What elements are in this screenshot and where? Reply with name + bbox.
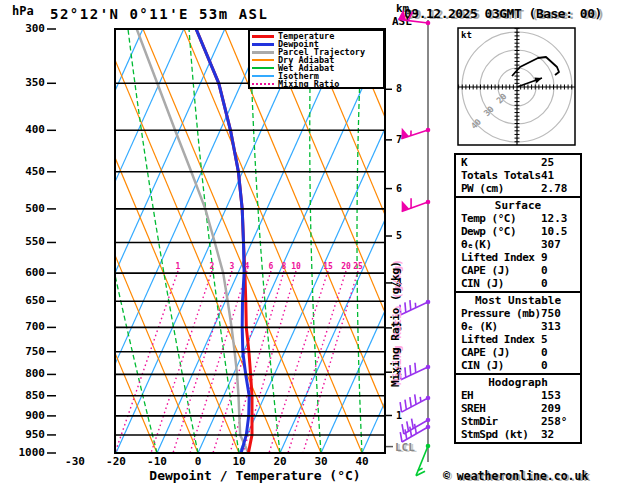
legend: TemperatureDewpointParcel TrajectoryDry … — [248, 29, 385, 89]
wind-barb — [398, 10, 430, 26]
km-tick-label: 6 — [396, 183, 402, 194]
table-row-label: SREH — [461, 402, 541, 415]
table-row-label: Lifted Index — [461, 333, 541, 346]
mixing-ratio-label: 8 — [282, 262, 287, 271]
table-row-value: 0 — [541, 264, 578, 277]
isotherm-line — [198, 29, 389, 453]
table-row-value: 0 — [541, 277, 578, 290]
wind-barb-pennant — [398, 10, 406, 21]
isotherm-line — [116, 29, 307, 453]
hodograph-unit-label: kt — [461, 30, 472, 40]
km-tick-label: 5 — [396, 230, 402, 241]
temperature-legend-swatch — [252, 35, 274, 38]
table-row-value: 9 — [541, 251, 578, 264]
table-section: SurfaceTemp (°C)12.3Dewp (°C)10.5θₑ(K)30… — [454, 196, 582, 293]
table-row-value: 25 — [541, 156, 578, 169]
table-row-label: EH — [461, 389, 541, 402]
temperature-tick-label: 20 — [273, 455, 286, 468]
pressure-tick-label: 800 — [5, 367, 45, 380]
wind-barb-full-tick — [410, 365, 411, 375]
copyright: © weatheronline.co.uk — [443, 469, 588, 483]
wet-adiabat-line — [67, 29, 157, 453]
table-row: Temp (°C)12.3 — [456, 212, 580, 225]
mixing-ratio-label: 3 — [230, 262, 235, 271]
wet-adiabat-legend-swatch — [252, 67, 274, 69]
pressure-tick-label: 400 — [5, 123, 45, 136]
wet-adiabat-line — [128, 29, 198, 453]
table-row-label: StmDir — [461, 415, 541, 428]
table-row-label: Lifted Index — [461, 251, 541, 264]
wind-barb-half-tick — [420, 397, 421, 402]
table-row: K25 — [456, 156, 580, 169]
pressure-tick-label: 550 — [5, 235, 45, 248]
hodograph: 203040 — [458, 28, 575, 145]
table-row-label: CIN (J) — [461, 359, 541, 372]
table-row-label: Temp (°C) — [461, 212, 541, 225]
temperature-tick-label: -20 — [106, 455, 126, 468]
legend-label: Mixing Ratio — [278, 80, 339, 88]
wind-barb-full-tick — [405, 400, 406, 410]
table-row-value: 2.78 — [541, 182, 578, 195]
wind-barb — [402, 198, 431, 211]
dry-adiabat-line — [266, 29, 444, 453]
legend-row: Mixing Ratio — [252, 80, 381, 88]
pressure-tick-label: 650 — [5, 294, 45, 307]
pressure-tick-label: 950 — [5, 428, 45, 441]
wind-barb-full-tick — [405, 429, 407, 439]
table-row: CIN (J)0 — [456, 359, 580, 372]
table-row: Lifted Index5 — [456, 333, 580, 346]
temperature-tick-label: -30 — [65, 455, 85, 468]
table-row-value: 307 — [541, 238, 578, 251]
isotherm-line — [34, 29, 225, 453]
table-row: PW (cm)2.78 — [456, 182, 580, 195]
mixing-ratio-label: 20 — [341, 262, 351, 271]
dry-adiabat-legend-swatch — [252, 59, 274, 61]
wind-barb-full-tick — [408, 12, 413, 21]
isotherm-legend-swatch — [252, 75, 274, 77]
table-row-label: StmSpd (kt) — [461, 428, 541, 441]
table-section-header: Most Unstable — [456, 294, 580, 307]
temperature-tick-label: 0 — [195, 455, 202, 468]
wind-barb-full-tick — [410, 397, 411, 407]
pressure-tick-label: 1000 — [5, 446, 45, 459]
mixing-ratio-label: 25 — [353, 262, 363, 271]
wet-adiabat-line — [250, 29, 280, 453]
mixing-ratio-line — [230, 271, 284, 453]
table-row: SREH209 — [456, 402, 580, 415]
table-row: Totals Totals41 — [456, 169, 580, 182]
table-row-label: θₑ(K) — [461, 238, 541, 251]
table-row-label: Pressure (mb) — [461, 307, 541, 320]
km-tick-label: 7 — [396, 134, 402, 145]
sounding-indices-table: K25Totals Totals41PW (cm)2.78SurfaceTemp… — [454, 153, 582, 444]
table-row-label: PW (cm) — [461, 182, 541, 195]
wind-barb-full-tick — [405, 302, 406, 312]
pressure-tick-label: 850 — [5, 389, 45, 402]
table-section: Most UnstablePressure (mb)750θₑ (K)313Li… — [454, 291, 582, 375]
table-row-label: CAPE (J) — [461, 346, 541, 359]
table-row-value: 32 — [541, 428, 578, 441]
temperature-tick-label: 30 — [314, 455, 327, 468]
dry-adiabat-line — [20, 29, 198, 453]
dewpoint-legend-swatch — [252, 43, 274, 46]
wind-barb-full-tick — [402, 424, 404, 434]
pressure-tick-label: 700 — [5, 320, 45, 333]
table-row-label: CIN (J) — [461, 277, 541, 290]
km-tick-label: 8 — [396, 83, 402, 94]
table-section-header: Surface — [456, 199, 580, 212]
temperature-tick-label: 10 — [232, 455, 245, 468]
table-row-label: Dewp (°C) — [461, 225, 541, 238]
table-row: θₑ (K)313 — [456, 320, 580, 333]
mixing-ratio-label: 1 — [176, 262, 181, 271]
table-row: CAPE (J)0 — [456, 346, 580, 359]
wind-barb-full-tick — [410, 427, 412, 437]
isotherm-line — [280, 29, 471, 453]
table-row: CAPE (J)0 — [456, 264, 580, 277]
wind-barb-full-tick — [410, 300, 411, 310]
table-section-header: Hodograph — [456, 376, 580, 389]
wind-barb-full-tick — [415, 363, 416, 373]
table-row-value: 750 — [541, 307, 578, 320]
table-row-value: 41 — [541, 169, 578, 182]
mixing-ratio-label: 15 — [323, 262, 333, 271]
wind-barb — [401, 128, 430, 139]
pressure-tick-label: 900 — [5, 409, 45, 422]
